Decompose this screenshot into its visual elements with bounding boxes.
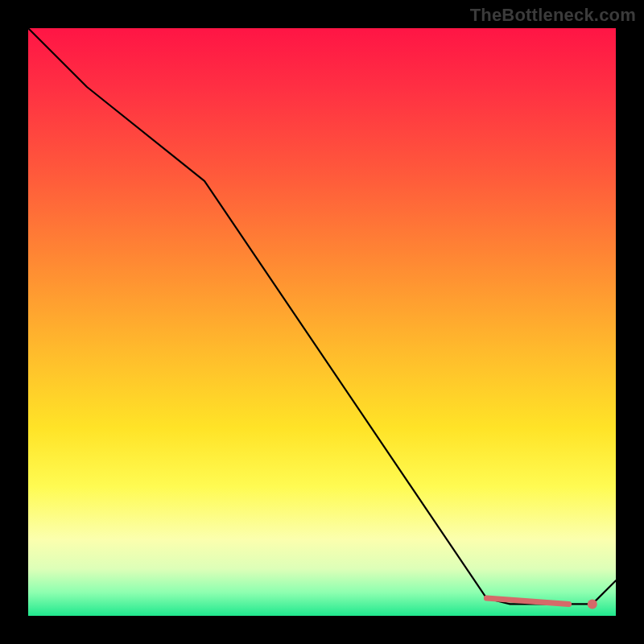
chart-frame: TheBottleneck.com bbox=[0, 0, 644, 644]
plot-container bbox=[28, 28, 616, 616]
highlight-segment bbox=[486, 598, 568, 604]
watermark-text: TheBottleneck.com bbox=[470, 5, 636, 26]
bottleneck-curve-line bbox=[28, 28, 616, 604]
plot-overlay bbox=[28, 28, 616, 616]
highlight-point bbox=[588, 599, 597, 609]
